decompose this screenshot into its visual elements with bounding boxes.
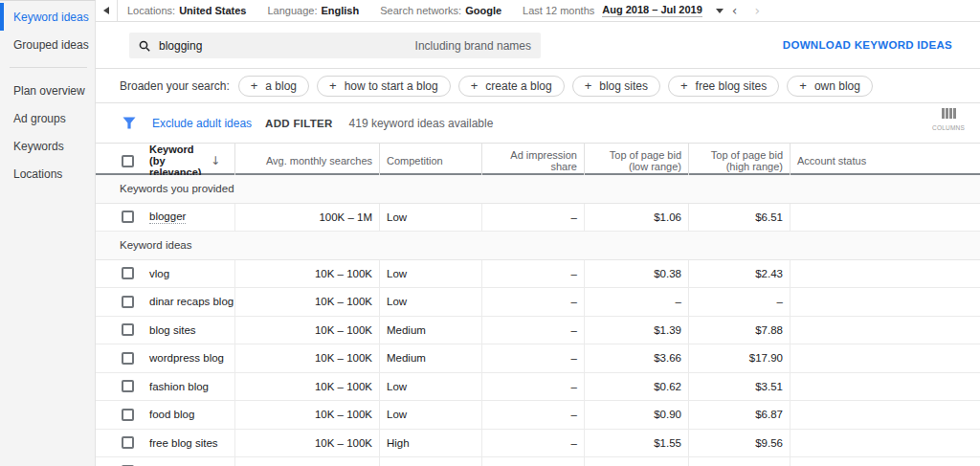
top-of-page-bid-high-cell: $3.51 <box>688 373 790 401</box>
setting-locations[interactable]: Locations:United States <box>127 5 246 16</box>
top-of-page-bid-high-cell-value: $17.90 <box>749 352 783 364</box>
next-period-chevron[interactable]: › <box>746 4 768 17</box>
column-header-ad-impression-share[interactable]: Ad impression share <box>481 144 584 178</box>
table-body: Keywords you providedblogger100K – 1MLow… <box>96 175 980 466</box>
select-all-checkbox[interactable] <box>122 155 134 167</box>
table-row: dinar recaps blog10K – 100KLow––– <box>96 288 980 317</box>
column-header-account-status[interactable]: Account status <box>790 144 980 178</box>
competition-cell: Low <box>379 373 481 401</box>
top-of-page-bid-high-cell-value: $2.43 <box>755 268 783 279</box>
top-of-page-bid-high-cell: $2.43 <box>688 260 790 288</box>
setting-searchnetworks[interactable]: Search networks:Google <box>380 5 501 16</box>
avg-monthly-searches-cell: 100K – 1M <box>234 204 379 232</box>
ad-impression-share-cell-value: – <box>571 381 577 392</box>
broaden-search-section: Broaden your search: +a blog+how to star… <box>96 69 980 103</box>
broaden-chip-create-a-blog[interactable]: +create a blog <box>458 76 565 97</box>
keyword-count-text: 419 keyword ideas available <box>349 117 494 130</box>
chip-label: free blog sites <box>696 79 768 93</box>
collapse-panel-button[interactable] <box>96 7 117 14</box>
download-keyword-ideas-button[interactable]: DOWNLOAD KEYWORD IDEAS <box>783 39 952 51</box>
setting-label: Language: <box>267 5 317 16</box>
account-status-cell <box>790 317 980 344</box>
section-label: Keyword ideas <box>120 239 191 251</box>
empty-cell <box>481 457 584 466</box>
account-status-cell <box>790 344 980 372</box>
broaden-chip-blog-sites[interactable]: +blog sites <box>572 76 660 97</box>
ad-impression-share-cell-value: – <box>571 296 577 307</box>
ad-impression-share-cell-value: – <box>571 268 577 279</box>
keyword-search-input[interactable]: blogging Including brand names <box>129 33 541 58</box>
broaden-chip-a-blog[interactable]: +a blog <box>238 76 309 97</box>
row-checkbox[interactable] <box>122 436 134 449</box>
avg-monthly-searches-cell-value: 10K – 100K <box>315 268 372 279</box>
table-row: vlog10K – 100KLow–$0.38$2.43 <box>96 260 980 289</box>
previous-period-chevron[interactable]: ‹ <box>724 4 746 17</box>
empty-cell <box>688 457 790 466</box>
row-checkbox[interactable] <box>122 296 134 308</box>
ad-impression-share-cell-value: – <box>571 211 577 223</box>
setting-language[interactable]: Language:English <box>267 5 359 16</box>
row-checkbox[interactable] <box>122 352 134 365</box>
avg-monthly-searches-cell-value: 100K – 1M <box>319 211 372 223</box>
top-of-page-bid-low-cell-value: $1.55 <box>654 437 681 449</box>
sidebar-item-grouped-ideas[interactable]: Grouped ideas <box>0 31 95 58</box>
setting-label: Search networks: <box>380 5 461 16</box>
avg-monthly-searches-cell-value: 10K – 100K <box>315 409 372 420</box>
keyword-cell: dinar recaps blog <box>96 288 234 316</box>
empty-cell <box>584 457 688 466</box>
main-panel: Locations:United StatesLanguage:EnglishS… <box>96 0 980 466</box>
keyword-cell <box>96 457 234 466</box>
sidebar-item-plan-overview[interactable]: Plan overview <box>0 77 95 104</box>
row-checkbox[interactable] <box>122 267 134 279</box>
top-of-page-bid-low-cell-value: $1.06 <box>654 211 681 223</box>
ad-impression-share-cell: – <box>481 204 584 232</box>
exclude-adult-ideas-filter[interactable]: Exclude adult ideas <box>152 117 252 130</box>
header-label: Keyword (by relevance) <box>149 144 209 178</box>
sidebar-item-locations[interactable]: Locations <box>0 160 95 188</box>
keyword-text: blog sites <box>149 324 196 336</box>
keyword-cell: wordpress blog <box>96 344 234 372</box>
ad-impression-share-cell: – <box>481 401 584 429</box>
header-label: Account status <box>797 155 866 166</box>
keyword-cell: blogger <box>96 204 234 232</box>
row-checkbox[interactable] <box>122 409 134 421</box>
sort-descending-icon[interactable]: ↓ <box>211 155 220 166</box>
ad-impression-share-cell: – <box>481 373 584 401</box>
date-range-selector[interactable]: Aug 2018 – Jul 2019 <box>602 4 702 17</box>
column-header-competition[interactable]: Competition <box>379 144 481 178</box>
row-checkbox[interactable] <box>122 380 134 392</box>
sidebar-item-keyword-ideas[interactable]: Keyword ideas <box>0 3 95 31</box>
column-header-avg-monthly-searches[interactable]: Avg. monthly searches <box>234 144 379 178</box>
column-header-keyword-by-relevance[interactable]: Keyword (by relevance)↓ <box>96 144 234 178</box>
filter-funnel-icon[interactable] <box>122 117 136 129</box>
row-checkbox[interactable] <box>122 323 134 336</box>
broaden-chip-own-blog[interactable]: +own blog <box>787 76 873 97</box>
competition-cell-value: Low <box>387 409 407 420</box>
add-filter-button[interactable]: ADD FILTER <box>265 118 333 129</box>
broaden-search-label: Broaden your search: <box>120 79 230 93</box>
ad-impression-share-cell: – <box>481 288 584 316</box>
plus-icon: + <box>329 78 337 93</box>
column-header-top-of-page-bid-high-range[interactable]: Top of page bid (high range) <box>688 144 790 178</box>
competition-cell-value: Medium <box>387 352 426 364</box>
header-label: Ad impression share <box>489 149 577 172</box>
sidebar-item-keywords[interactable]: Keywords <box>0 132 95 160</box>
ad-impression-share-cell-value: – <box>571 324 577 336</box>
keyword-text: wordpress blog <box>149 352 224 364</box>
keyword-results-table: Keyword (by relevance)↓Avg. monthly sear… <box>96 143 980 466</box>
broaden-chip-free-blog-sites[interactable]: +free blog sites <box>668 76 779 97</box>
sidebar-item-label: Grouped ideas <box>13 38 89 52</box>
sidebar-item-label: Ad groups <box>13 112 66 125</box>
columns-button[interactable]: COLUMNS <box>927 108 969 131</box>
sidebar-item-ad-groups[interactable]: Ad groups <box>0 104 95 132</box>
ad-impression-share-cell: – <box>481 430 584 457</box>
competition-cell-value: High <box>387 437 410 449</box>
top-of-page-bid-high-cell: – <box>688 288 790 316</box>
column-header-top-of-page-bid-low-range[interactable]: Top of page bid (low range) <box>584 144 688 178</box>
top-of-page-bid-low-cell: $1.39 <box>584 317 688 344</box>
plus-icon: + <box>799 78 807 93</box>
date-dropdown-caret-icon[interactable] <box>716 9 724 13</box>
row-checkbox[interactable] <box>122 211 134 223</box>
broaden-chip-how-to-start-a-blog[interactable]: +how to start a blog <box>317 76 451 97</box>
sidebar-divider <box>10 67 87 68</box>
